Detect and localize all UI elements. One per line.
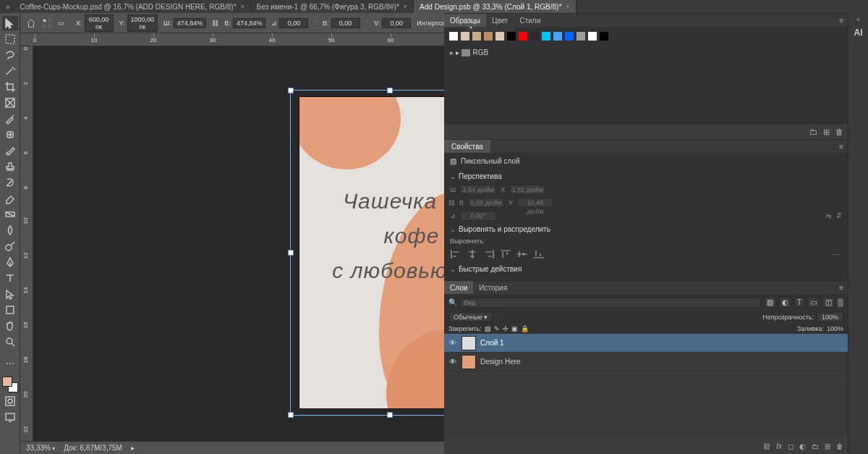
link-layers-icon[interactable]: ⛓ [763, 442, 770, 450]
path-select-tool[interactable] [2, 287, 18, 301]
shape-tool[interactable] [2, 303, 18, 317]
swatch[interactable] [529, 31, 540, 41]
tabs-overflow-icon[interactable]: » [6, 3, 10, 11]
transform-y[interactable]: 1000,00 пк [127, 14, 158, 32]
tab-swatches[interactable]: Образцы [444, 14, 486, 27]
swatch[interactable] [599, 31, 609, 41]
swatch[interactable] [587, 31, 597, 41]
swatch[interactable] [483, 31, 493, 41]
transform-angle[interactable]: 0,00 [279, 18, 308, 28]
align-hcenter-icon[interactable] [467, 249, 478, 259]
align-left-icon[interactable] [450, 249, 461, 259]
frame-tool[interactable] [2, 96, 18, 110]
filter-smart-icon[interactable]: ◫ [822, 297, 835, 308]
layer-row[interactable]: 👁Слой 1 [444, 334, 848, 353]
transform-h[interactable]: 474,84% [233, 18, 266, 28]
align-icon[interactable]: ▭ [58, 18, 64, 28]
swatch[interactable] [472, 31, 482, 41]
filter-adjust-icon[interactable]: ◐ [779, 297, 791, 308]
lasso-tool[interactable] [2, 48, 18, 62]
blend-mode-select[interactable]: Обычные ▾ [448, 312, 493, 322]
eraser-tool[interactable] [2, 191, 18, 206]
swatch[interactable] [448, 31, 459, 41]
expand-dock-icon[interactable]: « [856, 16, 860, 23]
mask-icon[interactable]: ◻ [788, 442, 793, 450]
section-transform[interactable]: Перспектива [450, 169, 842, 183]
canvas-stage[interactable]: Чашечка кофе с любовью [33, 46, 444, 441]
flip-v-icon[interactable]: ⇵ [836, 212, 842, 219]
lock-position-icon[interactable]: ✢ [503, 325, 509, 332]
color-swatches[interactable] [2, 377, 18, 392]
eyedropper-tool[interactable] [2, 112, 18, 126]
align-top-icon[interactable] [500, 249, 511, 259]
filter-shape-icon[interactable]: ▭ [807, 297, 820, 308]
swatch[interactable] [564, 31, 574, 41]
collapsed-panel-label[interactable]: AI [854, 28, 863, 38]
move-tool[interactable] [2, 16, 18, 30]
history-brush-tool[interactable] [2, 175, 18, 190]
filter-pixel-icon[interactable]: ▧ [764, 297, 776, 308]
trash-icon[interactable]: 🗑 [836, 442, 843, 450]
tab-history[interactable]: История [473, 281, 513, 294]
doc-tab-1[interactable]: Без имени-1 @ 66,7% (Фигура 3, RGB/8#)*× [251, 0, 414, 13]
align-right-icon[interactable] [483, 249, 495, 259]
close-icon[interactable]: × [566, 3, 569, 10]
brush-tool[interactable] [2, 143, 18, 158]
ruler-vertical[interactable]: 0246810121416182022 [20, 46, 33, 441]
gradient-tool[interactable] [2, 207, 18, 222]
artboard[interactable]: Чашечка кофе с любовью [299, 97, 444, 408]
group-icon[interactable]: 🗀 [812, 442, 819, 450]
swatch[interactable] [576, 31, 586, 41]
ruler-horizontal[interactable]: 0102030405060708090100110 [20, 33, 444, 46]
fx-icon[interactable]: fx [776, 442, 782, 450]
chevron-right-icon[interactable]: ▸ [131, 444, 135, 452]
tab-styles[interactable]: Стили [514, 14, 546, 27]
pen-tool[interactable] [2, 255, 18, 269]
skew-v[interactable]: 0,00 [382, 18, 411, 28]
lock-icon[interactable]: 🔒 [521, 325, 529, 332]
close-icon[interactable]: × [404, 3, 407, 10]
lock-pixel-icon[interactable]: ✎ [494, 325, 500, 332]
panel-menu-icon[interactable]: ≡ [835, 284, 848, 292]
visibility-icon[interactable]: 👁 [448, 358, 457, 366]
crop-tool[interactable] [2, 80, 18, 94]
edit-toolbar-icon[interactable]: ⋯ [2, 356, 18, 371]
swatch-grid[interactable] [444, 27, 848, 46]
skew-h[interactable]: 0,00 [331, 18, 360, 28]
doc-tab-2[interactable]: Add Design.psb @ 33,3% (Слой 1, RGB/8) *… [414, 0, 576, 13]
transform-x[interactable]: 600,00 пк [85, 14, 114, 32]
transform-w[interactable]: 474,84% [174, 18, 207, 28]
swatch[interactable] [518, 31, 528, 41]
panel-menu-icon[interactable]: ≡ [835, 143, 848, 151]
new-layer-icon[interactable]: ⊞ [825, 442, 830, 450]
filter-toggle[interactable] [838, 298, 843, 307]
screenmode-tool[interactable] [2, 410, 18, 424]
layer-row[interactable]: 👁Design Here [444, 353, 848, 371]
visibility-icon[interactable]: 👁 [448, 339, 457, 347]
wand-tool[interactable] [2, 64, 18, 78]
align-bottom-icon[interactable] [533, 249, 545, 259]
swatch[interactable] [506, 31, 516, 41]
filter-type-icon[interactable]: T [794, 297, 804, 308]
adjustment-icon[interactable]: ◐ [799, 442, 806, 450]
type-tool[interactable] [2, 271, 18, 285]
swatch[interactable] [541, 31, 551, 41]
trash-icon[interactable]: 🗑 [835, 127, 843, 136]
tab-properties[interactable]: Свойства [444, 140, 490, 153]
fill-input[interactable]: 100% [827, 325, 843, 332]
prop-x[interactable]: 1,51 дюйм [509, 185, 545, 195]
marquee-tool[interactable] [2, 32, 18, 46]
tab-layers[interactable]: Слои [444, 281, 473, 294]
link-icon[interactable]: ⛓ [212, 18, 218, 28]
new-swatch-icon[interactable]: ⊞ [823, 127, 830, 137]
lock-artboard-icon[interactable]: ▣ [511, 325, 518, 332]
zoom-level[interactable]: 33,33% [26, 444, 55, 452]
layer-search-input[interactable]: Вид [460, 298, 761, 308]
prop-w[interactable]: 2,64 дюйм [460, 185, 496, 195]
opacity-input[interactable]: 100% [817, 312, 843, 322]
section-align[interactable]: Выровнять и распределить [450, 222, 842, 236]
prop-h[interactable]: 0,08 дюйм [468, 198, 504, 208]
blur-tool[interactable] [2, 223, 18, 237]
section-quick[interactable]: Быстрые действия [450, 262, 842, 276]
swatch[interactable] [495, 31, 505, 41]
